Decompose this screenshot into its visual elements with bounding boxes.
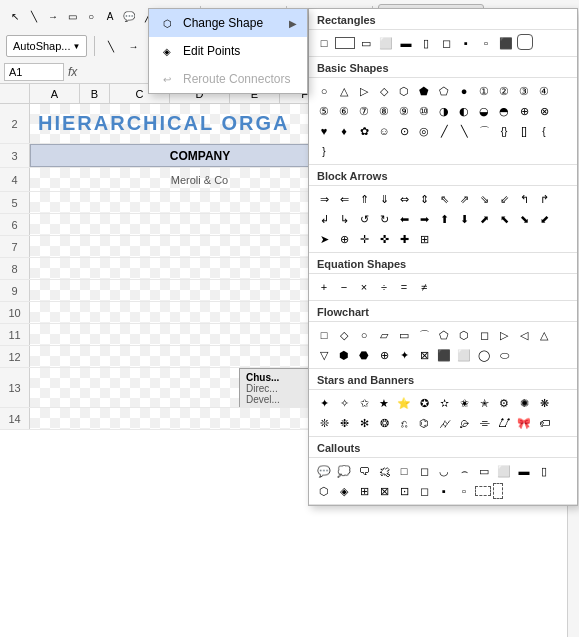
shape-arrow13[interactable]: ↲	[315, 210, 333, 228]
shape-arrow21[interactable]: ⬈	[475, 210, 493, 228]
shape-flow12[interactable]: △	[535, 326, 553, 344]
shape-flow9[interactable]: ◻	[475, 326, 493, 344]
shape-flow10[interactable]: ▷	[495, 326, 513, 344]
shape-star7[interactable]: ✫	[435, 394, 453, 412]
shape-star9[interactable]: ✭	[475, 394, 493, 412]
shape-rect1[interactable]: □	[315, 34, 333, 52]
shape-arrow18[interactable]: ➡	[415, 210, 433, 228]
shape-flow1[interactable]: □	[315, 326, 333, 344]
shape-oval-icon[interactable]: ○	[82, 7, 100, 25]
shape-star4[interactable]: ★	[375, 394, 393, 412]
shape-basic5[interactable]: ⬡	[395, 82, 413, 100]
shape-flow19[interactable]: ⬛	[435, 346, 453, 364]
shape-arrow7[interactable]: ⇖	[435, 190, 453, 208]
shape-arrow23[interactable]: ⬊	[515, 210, 533, 228]
shape-callout2[interactable]: 💭	[335, 462, 353, 480]
shape-arrow27[interactable]: ✛	[355, 230, 373, 248]
shape-star8[interactable]: ✬	[455, 394, 473, 412]
shape-eq6[interactable]: ≠	[415, 278, 433, 296]
shape-flow11[interactable]: ◁	[515, 326, 533, 344]
shape-basic10[interactable]: ②	[495, 82, 513, 100]
shape-rect2[interactable]	[335, 37, 355, 49]
select-icon[interactable]: ↖	[6, 7, 24, 25]
shape-arrow19[interactable]: ⬆	[435, 210, 453, 228]
shape-basic21[interactable]: ◒	[475, 102, 493, 120]
shape-callout15[interactable]: ⊞	[355, 482, 373, 500]
shape-callout8[interactable]: ⌢	[455, 462, 473, 480]
shape-flow5[interactable]: ▭	[395, 326, 413, 344]
shape-star10[interactable]: ⚙	[495, 394, 513, 412]
shape-basic16[interactable]: ⑧	[375, 102, 393, 120]
shape-callout7[interactable]: ◡	[435, 462, 453, 480]
shape-rect8[interactable]: ▪	[457, 34, 475, 52]
shape-basic34[interactable]: {}	[495, 122, 513, 140]
line-tool-icon[interactable]: ╲	[102, 37, 120, 55]
shape-rect10[interactable]: ⬛	[497, 34, 515, 52]
shape-arrow20[interactable]: ⬇	[455, 210, 473, 228]
shape-eq5[interactable]: =	[395, 278, 413, 296]
shape-basic36[interactable]: {	[535, 122, 553, 140]
shape-basic32[interactable]: ╲	[455, 122, 473, 140]
menu-item-change-shape[interactable]: ⬡ Change Shape ▶	[149, 9, 307, 37]
shape-rect9[interactable]: ▫	[477, 34, 495, 52]
shape-basic19[interactable]: ◑	[435, 102, 453, 120]
shape-rect3[interactable]: ▭	[357, 34, 375, 52]
shape-basic26[interactable]: ♦	[335, 122, 353, 140]
shape-callout22[interactable]	[493, 483, 503, 499]
shape-basic15[interactable]: ⑦	[355, 102, 373, 120]
shape-flow17[interactable]: ✦	[395, 346, 413, 364]
shape-arrow1[interactable]: ⇒	[315, 190, 333, 208]
shape-rect11[interactable]	[517, 34, 533, 50]
shape-banner5[interactable]: ⌯	[475, 414, 493, 432]
shape-rect-icon[interactable]: ▭	[63, 7, 81, 25]
shape-star14[interactable]: ❉	[335, 414, 353, 432]
shape-basic2[interactable]: △	[335, 82, 353, 100]
shape-callout9[interactable]: ▭	[475, 462, 493, 480]
shape-flow8[interactable]: ⬡	[455, 326, 473, 344]
shape-basic31[interactable]: ╱	[435, 122, 453, 140]
shape-eq1[interactable]: +	[315, 278, 333, 296]
shape-flow21[interactable]: ◯	[475, 346, 493, 364]
shape-flow6[interactable]: ⌒	[415, 326, 433, 344]
shape-banner7[interactable]: 🎀	[515, 414, 533, 432]
shape-callout19[interactable]: ▪	[435, 482, 453, 500]
shape-basic27[interactable]: ✿	[355, 122, 373, 140]
shape-arrow24[interactable]: ⬋	[535, 210, 553, 228]
shape-star1[interactable]: ✦	[315, 394, 333, 412]
shape-basic28[interactable]: ☺	[375, 122, 393, 140]
shape-flow15[interactable]: ⬣	[355, 346, 373, 364]
shape-arrow25[interactable]: ➤	[315, 230, 333, 248]
shape-flow14[interactable]: ⬢	[335, 346, 353, 364]
shape-eq2[interactable]: −	[335, 278, 353, 296]
shape-eq3[interactable]: ×	[355, 278, 373, 296]
shape-callout21[interactable]	[475, 486, 491, 496]
shape-arrow12[interactable]: ↱	[535, 190, 553, 208]
shape-banner6[interactable]: ⌰	[495, 414, 513, 432]
autoshapes-button[interactable]: AutoShap... ▼	[6, 35, 87, 57]
shape-banner8[interactable]: 🏷	[535, 414, 553, 432]
col-header-b[interactable]: B	[80, 84, 110, 103]
shape-callout-icon[interactable]: 💬	[120, 7, 138, 25]
shape-arrow4[interactable]: ⇓	[375, 190, 393, 208]
shape-basic14[interactable]: ⑥	[335, 102, 353, 120]
shape-star3[interactable]: ✩	[355, 394, 373, 412]
shape-star2[interactable]: ✧	[335, 394, 353, 412]
shape-basic29[interactable]: ⊙	[395, 122, 413, 140]
shape-star15[interactable]: ✻	[355, 414, 373, 432]
shape-arrow28[interactable]: ✜	[375, 230, 393, 248]
shape-callout13[interactable]: ⬡	[315, 482, 333, 500]
shape-flow22[interactable]: ⬭	[495, 346, 513, 364]
shape-basic17[interactable]: ⑨	[395, 102, 413, 120]
shape-star16[interactable]: ❂	[375, 414, 393, 432]
arrow-tool-icon[interactable]: →	[124, 37, 142, 55]
shape-banner2[interactable]: ⌬	[415, 414, 433, 432]
shape-basic35[interactable]: []	[515, 122, 533, 140]
shape-rect4[interactable]: ⬜	[377, 34, 395, 52]
shape-basic24[interactable]: ⊗	[535, 102, 553, 120]
shape-basic1[interactable]: ○	[315, 82, 333, 100]
shape-line-icon[interactable]: ╲	[25, 7, 43, 25]
shape-arrow-icon[interactable]: →	[44, 7, 62, 25]
shape-callout18[interactable]: ◻	[415, 482, 433, 500]
shape-banner4[interactable]: ⌮	[455, 414, 473, 432]
shape-callout1[interactable]: 💬	[315, 462, 333, 480]
